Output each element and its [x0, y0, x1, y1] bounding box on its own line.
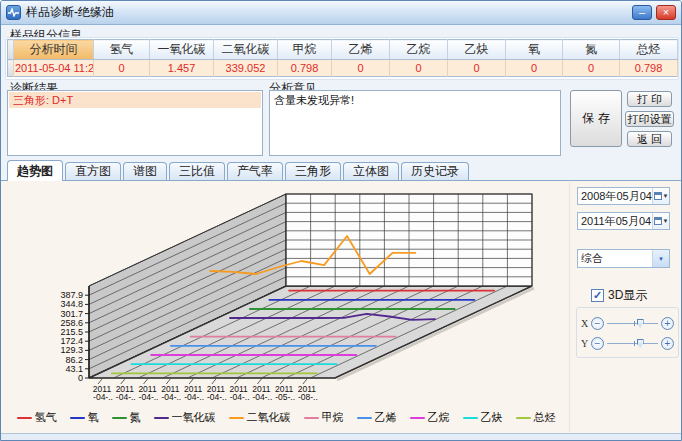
date-from-dropdown[interactable]: ▼ [652, 188, 669, 204]
save-button[interactable]: 保 存 [570, 90, 622, 147]
trend-chart: 043.186.2129.3172.4215.5258.6301.7344.83… [6, 184, 566, 432]
x-axis-tick-label: -08-.. [298, 392, 318, 402]
x-slider-thumb[interactable] [637, 319, 644, 328]
y-zoom-out-button[interactable]: − [591, 337, 604, 350]
diagnosis-result-item[interactable]: 三角形: D+T [9, 92, 261, 108]
tab-3d-view[interactable]: 立体图 [343, 162, 399, 180]
y-slider-thumb[interactable] [637, 339, 644, 348]
chevron-down-icon: ▼ [663, 193, 669, 199]
x-zoom-out-button[interactable]: − [591, 317, 604, 330]
legend-color-dash [516, 417, 531, 419]
x-slider-track[interactable] [607, 323, 658, 324]
legend-label: 氧 [88, 410, 99, 425]
tab-histogram[interactable]: 直方图 [65, 162, 121, 180]
col-header: 氧 [506, 40, 563, 60]
legend-label: 总烃 [534, 410, 556, 425]
legend-item: 一氧化碳 [154, 410, 216, 425]
legend-label: 乙烷 [428, 410, 450, 425]
x-axis-tick-label: -04-.. [184, 392, 204, 402]
window-bottom-edge [1, 433, 681, 440]
app-pulse-icon [6, 5, 21, 20]
legend-item: 总烃 [516, 410, 556, 425]
cell-value: 0 [563, 60, 620, 77]
x-zoom-in-button[interactable]: + [661, 317, 674, 330]
cell-value: 339.052 [214, 60, 278, 77]
series-combobox-dropdown[interactable]: ▼ [652, 250, 669, 267]
col-header: 一氧化碳 [150, 40, 214, 60]
legend-color-dash [357, 417, 372, 419]
y-slider-label: Y [581, 338, 588, 349]
y-axis-tick-label: 344.8 [60, 299, 83, 309]
y-axis-tick-label: 258.6 [60, 318, 83, 328]
series-combobox[interactable]: 综合 ▼ [577, 249, 670, 268]
tab-trend[interactable]: 趋势图 [7, 160, 63, 181]
col-header: 乙炔 [448, 40, 506, 60]
display-3d-label: 3D显示 [608, 287, 647, 304]
y-slider-track[interactable] [607, 343, 658, 344]
legend-item: 乙炔 [463, 410, 503, 425]
print-button[interactable]: 打 印 [627, 91, 672, 107]
legend-label: 甲烷 [322, 410, 344, 425]
col-header: 乙烷 [390, 40, 448, 60]
legend-item: 乙烷 [410, 410, 450, 425]
app-window: 样品诊断-绝缘油 – × 样品组分信息 分析时间 氢气 一氧化碳 二氧化碳 甲烷… [0, 0, 682, 441]
legend-color-dash [463, 417, 478, 419]
cell-value: 0 [448, 60, 506, 77]
close-button[interactable]: × [656, 5, 676, 20]
cell-value: 1.457 [150, 60, 214, 77]
cell-time: 2011-05-04 11:22:05 [14, 60, 94, 77]
legend-label: 乙炔 [481, 410, 503, 425]
plus-icon: + [665, 338, 671, 349]
legend-item: 氧 [70, 410, 99, 425]
legend-label: 氮 [130, 410, 141, 425]
minimize-icon: – [639, 6, 645, 18]
date-from-value: 2008年05月04日 [578, 189, 652, 204]
minus-icon: − [595, 338, 601, 349]
back-button[interactable]: 返 回 [627, 131, 672, 147]
legend-item: 甲烷 [304, 410, 344, 425]
legend-color-dash [70, 417, 85, 419]
opinion-textarea[interactable]: 含量未发现异常! [269, 90, 561, 156]
tab-three-ratio[interactable]: 三比值 [169, 162, 225, 180]
cell-value: 0.798 [278, 60, 332, 77]
date-from-picker[interactable]: 2008年05月04日 ▼ [577, 187, 670, 205]
display-3d-checkbox[interactable]: ✓ [591, 289, 604, 302]
y-axis-tick-label: 387.9 [60, 290, 83, 300]
legend-color-dash [410, 417, 425, 419]
y-axis-tick-label: 172.4 [60, 336, 83, 346]
y-zoom-in-button[interactable]: + [661, 337, 674, 350]
tab-spectrum[interactable]: 谱图 [123, 162, 167, 180]
sample-table-box: 分析时间 氢气 一氧化碳 二氧化碳 甲烷 乙烯 乙烷 乙炔 氧 氮 总烃 201… [5, 37, 679, 80]
legend-label: 乙烯 [375, 410, 397, 425]
print-settings-button[interactable]: 打印设置 [625, 111, 674, 127]
check-icon: ✓ [593, 289, 602, 301]
x-axis-tick-label: -04-.. [230, 392, 250, 402]
col-header: 氢气 [94, 40, 150, 60]
cell-value: 0 [390, 60, 448, 77]
cell-value: 0 [94, 60, 150, 77]
col-header: 二氧化碳 [214, 40, 278, 60]
x-axis-tick-label: -04-.. [93, 392, 113, 402]
calendar-icon [654, 217, 662, 225]
tab-history[interactable]: 历史记录 [401, 162, 469, 180]
diagnosis-listbox: 三角形: D+T [7, 90, 263, 156]
date-to-dropdown[interactable]: ▼ [652, 213, 669, 229]
legend-item: 氮 [112, 410, 141, 425]
minimize-button[interactable]: – [632, 5, 652, 20]
legend-color-dash [229, 417, 244, 419]
zoom-slider-group: X − + Y − + [576, 307, 679, 358]
close-icon: × [663, 6, 669, 18]
tab-triangle[interactable]: 三角形 [285, 162, 341, 180]
x-axis-tick-label: -04-.. [207, 392, 227, 402]
col-header: 氮 [563, 40, 620, 60]
col-header: 甲烷 [278, 40, 332, 60]
y-slider-row: Y − + [581, 335, 674, 351]
chevron-down-icon: ▼ [658, 256, 664, 262]
legend-item: 乙烯 [357, 410, 397, 425]
date-to-picker[interactable]: 2011年05月04日 ▼ [577, 212, 670, 230]
legend-item: 二氧化碳 [229, 410, 291, 425]
window-title: 样品诊断-绝缘油 [26, 4, 114, 21]
tab-gas-rate[interactable]: 产气率 [227, 162, 283, 180]
legend-item: 氢气 [17, 410, 57, 425]
table-row[interactable]: 2011-05-04 11:22:05 0 1.457 339.052 0.79… [8, 60, 678, 77]
